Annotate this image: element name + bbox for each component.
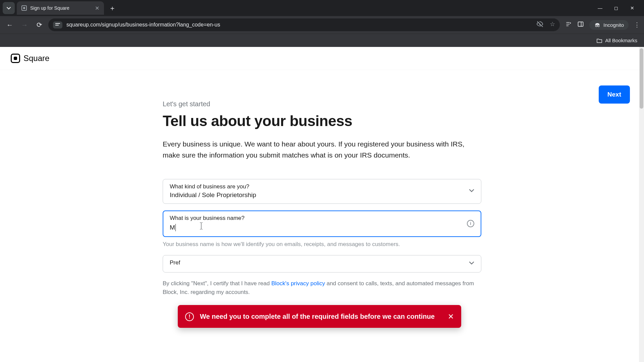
- next-button[interactable]: Next: [599, 85, 630, 104]
- incognito-icon: [594, 22, 601, 27]
- all-bookmarks-button[interactable]: All Bookmarks: [596, 38, 637, 43]
- app-header: Square: [0, 47, 644, 70]
- square-logo-text: Square: [23, 54, 49, 63]
- form-headline: Tell us about your business: [163, 113, 481, 129]
- business-name-input[interactable]: What is your business name? M i: [163, 210, 481, 237]
- incognito-label: Incognito: [603, 22, 624, 28]
- page-content: Square Next Let's get started Tell us ab…: [0, 47, 644, 362]
- tab-strip: Sign up for Square ✕ ＋ ― ◻ ✕: [0, 0, 644, 16]
- folder-icon: [596, 38, 602, 43]
- incognito-indicator[interactable]: Incognito: [589, 20, 629, 30]
- svg-rect-2: [578, 22, 583, 26]
- warning-icon: !: [185, 312, 194, 321]
- browser-toolbar: ← → ⟳ squareup.com/signup/us/business-in…: [0, 16, 644, 34]
- reading-list-icon[interactable]: [565, 21, 572, 29]
- svg-rect-0: [55, 23, 60, 24]
- chevron-down-icon: [469, 260, 474, 267]
- toolbar-right: Incognito ⋮: [563, 20, 640, 30]
- business-type-value: Individual / Sole Proprietorship: [170, 191, 469, 199]
- svg-rect-1: [55, 25, 59, 25]
- preferred-language-select[interactable]: Pref: [163, 255, 481, 273]
- business-name-label: What is your business name?: [170, 215, 467, 222]
- maximize-button[interactable]: ◻: [612, 5, 621, 11]
- bookmark-star-icon[interactable]: ☆: [550, 20, 555, 29]
- business-name-value: M: [170, 223, 467, 232]
- signup-form: Let's get started Tell us about your bus…: [159, 100, 485, 297]
- scrollbar-thumb[interactable]: [640, 48, 643, 109]
- browser-tab[interactable]: Sign up for Square ✕: [17, 1, 104, 15]
- square-logo[interactable]: Square: [11, 54, 49, 63]
- tab-close-icon[interactable]: ✕: [95, 5, 99, 11]
- error-message: We need you to complete all of the requi…: [200, 312, 442, 321]
- back-button[interactable]: ←: [4, 19, 15, 31]
- window-controls: ― ◻ ✕: [596, 5, 644, 11]
- all-bookmarks-label: All Bookmarks: [605, 38, 637, 43]
- bookmarks-bar: All Bookmarks: [0, 34, 644, 47]
- address-bar[interactable]: squareup.com/signup/us/business-informat…: [48, 18, 560, 31]
- form-intro: Every business is unique. We want to hea…: [163, 139, 481, 161]
- form-kicker: Let's get started: [163, 100, 481, 108]
- text-cursor-icon: [199, 222, 203, 231]
- toast-close-button[interactable]: ✕: [448, 312, 454, 321]
- chevron-down-icon: [6, 6, 11, 10]
- svg-point-5: [598, 25, 599, 27]
- square-logo-icon: [11, 54, 20, 63]
- tab-title: Sign up for Square: [30, 5, 69, 11]
- close-window-button[interactable]: ✕: [628, 5, 637, 11]
- new-tab-button[interactable]: ＋: [107, 3, 117, 13]
- chevron-down-icon: [469, 188, 474, 194]
- eye-off-icon[interactable]: [536, 20, 544, 29]
- tab-search-button[interactable]: [3, 2, 15, 14]
- side-panel-icon[interactable]: [577, 21, 584, 29]
- forward-button[interactable]: →: [19, 19, 30, 31]
- url-text: squareup.com/signup/us/business-informat…: [66, 22, 220, 28]
- preferred-language-label: Pref: [170, 259, 469, 266]
- browser-chrome: Sign up for Square ✕ ＋ ― ◻ ✕ ← → ⟳ squar…: [0, 0, 644, 47]
- browser-menu-icon[interactable]: ⋮: [634, 21, 640, 28]
- business-name-helper: Your business name is how we'll identify…: [163, 241, 481, 248]
- error-toast: ! We need you to complete all of the req…: [178, 305, 461, 328]
- consent-text: By clicking "Next", I certify that I hav…: [163, 279, 481, 297]
- info-icon[interactable]: i: [467, 220, 474, 227]
- site-info-icon[interactable]: [53, 21, 62, 28]
- svg-point-4: [595, 25, 597, 27]
- tab-favicon: [21, 5, 27, 11]
- business-type-select[interactable]: What kind of business are you? Individua…: [163, 179, 481, 204]
- text-caret: [175, 224, 176, 231]
- business-type-label: What kind of business are you?: [170, 183, 469, 190]
- scrollbar[interactable]: [639, 47, 644, 362]
- privacy-policy-link[interactable]: Block's privacy policy: [271, 280, 325, 287]
- minimize-button[interactable]: ―: [596, 5, 604, 11]
- reload-button[interactable]: ⟳: [34, 19, 45, 31]
